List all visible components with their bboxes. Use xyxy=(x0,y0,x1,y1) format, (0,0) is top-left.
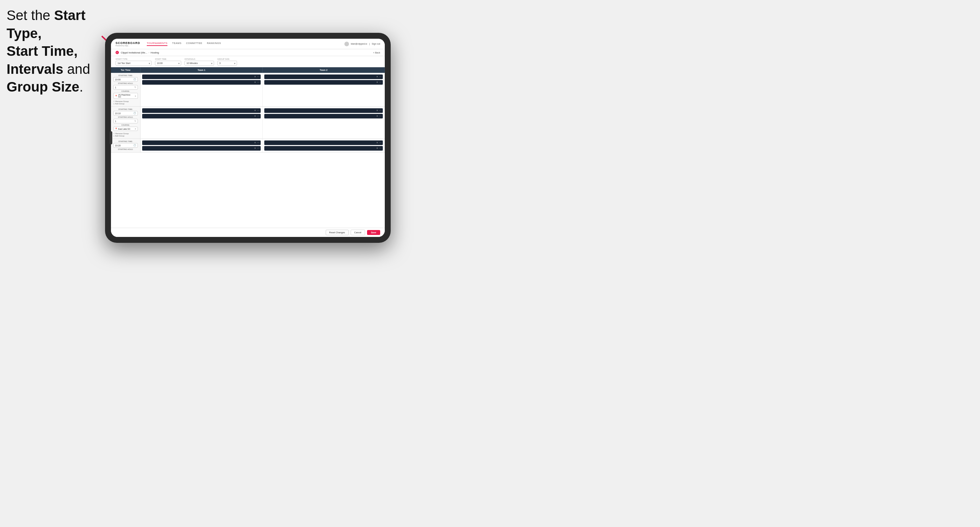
player-options[interactable]: ⋯ xyxy=(257,75,259,78)
start-time-select[interactable]: 10:00 xyxy=(155,61,181,66)
start-type-select-wrapper[interactable]: 1st Tee Start xyxy=(116,61,152,66)
player-options[interactable]: ⋯ xyxy=(379,141,382,144)
starting-time-input-3[interactable]: 10:20 🕐 xyxy=(113,143,138,148)
player-row: ✕ ⋯ xyxy=(142,140,261,145)
sign-out-link[interactable]: Sign out xyxy=(372,43,380,45)
course-name-1: (A) Peachtree GC xyxy=(118,94,134,98)
course-label-2: COURSE: xyxy=(113,124,138,126)
player-row: ✕ ⋯ xyxy=(264,114,383,119)
player-expand[interactable]: ✕ xyxy=(376,147,378,150)
player-expand[interactable]: ✕ xyxy=(254,147,256,150)
group-size-select-wrapper[interactable]: 3 xyxy=(217,61,237,66)
table-body: STARTING TIME: 10:00 🕐 STARTING HOLE: 1 … xyxy=(111,73,385,228)
breadcrumb-separator: › xyxy=(148,51,149,54)
intervals-select[interactable]: 10 Minutes xyxy=(185,61,214,66)
group-3-team1: ✕ ⋯ ✕ ⋯ xyxy=(140,139,262,152)
filter-row: Start Type 1st Tee Start Start Time 10:0… xyxy=(111,56,385,67)
starting-hole-label-1: STARTING HOLE: xyxy=(113,83,138,84)
remove-group-btn-2[interactable]: ○ Remove Group xyxy=(113,132,138,135)
starting-hole-label-3: STARTING HOLE: xyxy=(113,148,138,150)
player-controls: ✕ ⋯ xyxy=(376,115,382,117)
player-row: ✕ ⋯ xyxy=(142,108,261,113)
player-row: ✕ ⋯ xyxy=(142,75,261,79)
instruction-line3-normal: and xyxy=(64,61,90,77)
player-controls: ✕ ⋯ xyxy=(254,115,259,117)
player-options[interactable]: ⋯ xyxy=(257,141,259,144)
start-time-group: Start Time 10:00 xyxy=(155,58,181,66)
player-options[interactable]: ⋯ xyxy=(257,147,259,150)
course-tag-1: 📍 (A) Peachtree GC ✕ xyxy=(113,93,138,99)
logo: SCOREBOARD Powered by clipp... xyxy=(116,41,140,47)
stepper-icon-1: ⇅ xyxy=(134,86,136,89)
player-options[interactable]: ⋯ xyxy=(379,81,382,84)
player-expand[interactable]: ✕ xyxy=(376,141,378,144)
group-size-group: Group Size 3 xyxy=(217,58,237,66)
player-row: ✕ ⋯ xyxy=(264,146,383,151)
player-row: ✕ ⋯ xyxy=(264,75,383,79)
starting-time-input-1[interactable]: 10:00 🕐 xyxy=(113,77,138,82)
starting-hole-input-1[interactable]: 1 ⇅ xyxy=(113,85,138,90)
starting-hole-input-2[interactable]: 1 ⇅ xyxy=(113,119,138,123)
start-type-select[interactable]: 1st Tee Start xyxy=(116,61,152,66)
player-controls: ✕ ⋯ xyxy=(254,141,259,144)
back-button[interactable]: < Back xyxy=(373,51,380,54)
player-options[interactable]: ⋯ xyxy=(379,115,382,117)
nav-right: blair@clipped.io | Sign out xyxy=(344,42,380,46)
course-name-2: East Lake GC xyxy=(118,128,130,130)
player-options[interactable]: ⋯ xyxy=(257,109,259,112)
group-1-left: STARTING TIME: 10:00 🕐 STARTING HOLE: 1 … xyxy=(111,73,140,106)
nav-items: TOURNAMENTS TEAMS COMMITTEE RANKINGS xyxy=(147,42,344,46)
intervals-select-wrapper[interactable]: 10 Minutes xyxy=(185,61,214,66)
nav-tournaments[interactable]: TOURNAMENTS xyxy=(147,42,167,46)
player-expand[interactable]: ✕ xyxy=(254,141,256,144)
player-options[interactable]: ⋯ xyxy=(379,109,382,112)
player-expand[interactable]: ✕ xyxy=(376,115,378,117)
player-row: ✕ ⋯ xyxy=(142,80,261,85)
group-size-select[interactable]: 3 xyxy=(217,61,237,66)
start-time-label: Start Time xyxy=(155,58,181,60)
player-controls: ✕ ⋯ xyxy=(376,75,382,78)
player-options[interactable]: ⋯ xyxy=(379,75,382,78)
reset-changes-button[interactable]: Reset Changes xyxy=(326,230,348,235)
nav-teams[interactable]: TEAMS xyxy=(172,42,181,46)
group-1-team1: ✕ ⋯ ✕ ⋯ xyxy=(140,73,262,106)
table-row: STARTING TIME: 10:10 🕐 STARTING HOLE: 1 … xyxy=(111,106,385,139)
player-options[interactable]: ⋯ xyxy=(257,81,259,84)
add-group-btn-1[interactable]: + Add Group xyxy=(113,103,138,105)
player-controls: ✕ ⋯ xyxy=(376,141,382,144)
cancel-button[interactable]: Cancel xyxy=(351,230,365,235)
breadcrumb-section: Hosting xyxy=(151,51,159,54)
start-type-value: 1st Tee Start xyxy=(118,62,130,64)
clock-icon-3: 🕐 xyxy=(133,144,136,147)
player-controls: ✕ ⋯ xyxy=(254,109,259,112)
course-remove-1[interactable]: ✕ xyxy=(135,95,136,97)
player-options[interactable]: ⋯ xyxy=(379,147,382,150)
nav-rankings[interactable]: RANKINGS xyxy=(207,42,221,46)
intervals-label: Intervals xyxy=(185,58,214,60)
instruction-prefix: Set the xyxy=(6,8,54,23)
player-expand[interactable]: ✕ xyxy=(254,75,256,78)
nav-committee[interactable]: COMMITTEE xyxy=(186,42,202,46)
remove-group-btn-1[interactable]: ○ Remove Group xyxy=(113,100,138,102)
intervals-group: Intervals 10 Minutes xyxy=(185,58,214,66)
starting-time-input-2[interactable]: 10:10 🕐 xyxy=(113,111,138,116)
player-row: ✕ ⋯ xyxy=(264,80,383,85)
player-expand[interactable]: ✕ xyxy=(376,81,378,84)
start-time-select-wrapper[interactable]: 10:00 xyxy=(155,61,181,66)
group-size-label: Group Size xyxy=(217,58,237,60)
starting-time-value-2: 10:10 xyxy=(115,112,121,114)
player-expand[interactable]: ✕ xyxy=(376,109,378,112)
group-actions-1: ○ Remove Group + Add Group xyxy=(113,100,138,105)
course-remove-2[interactable]: ✕ xyxy=(135,128,136,130)
player-options[interactable]: ⋯ xyxy=(257,115,259,117)
add-group-btn-2[interactable]: + Add Group xyxy=(113,135,138,137)
save-button[interactable]: Save xyxy=(367,230,380,235)
instruction-line3-bold: Intervals xyxy=(6,61,64,77)
player-expand[interactable]: ✕ xyxy=(376,75,378,78)
player-row: ✕ ⋯ xyxy=(142,146,261,151)
player-expand[interactable]: ✕ xyxy=(254,81,256,84)
player-expand[interactable]: ✕ xyxy=(254,115,256,117)
player-expand[interactable]: ✕ xyxy=(254,109,256,112)
group-3-team2: ✕ ⋯ ✕ ⋯ xyxy=(262,139,385,152)
tablet-device: SCOREBOARD Powered by clipp... TOURNAMEN… xyxy=(105,33,391,243)
